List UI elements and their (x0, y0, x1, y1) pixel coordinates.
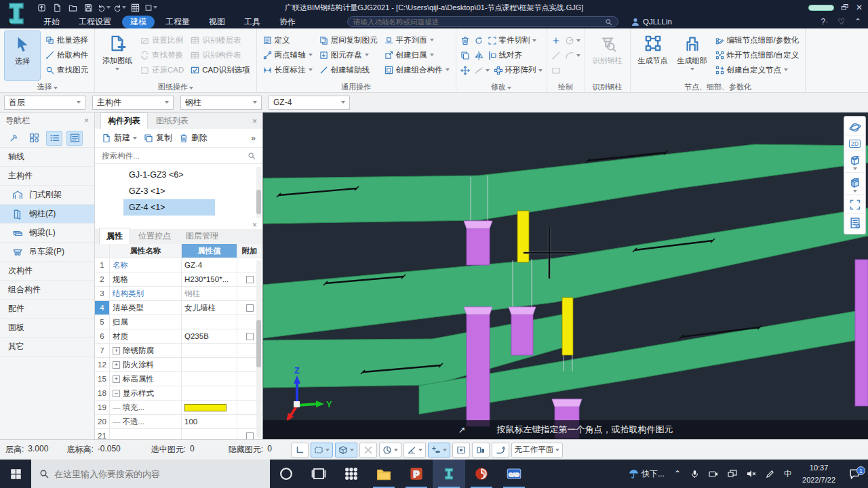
tab-图层管理[interactable]: 图层管理 (179, 228, 225, 244)
save-button[interactable] (82, 2, 95, 14)
scrollbar-thumb[interactable] (256, 320, 261, 367)
property-row-规格[interactable]: 2规格H230*150*... (95, 272, 262, 287)
new-component-button[interactable]: 新建 (102, 132, 137, 144)
extra-checkbox[interactable] (246, 304, 254, 312)
ribbon-tool-环形阵列[interactable]: 环形阵列 (494, 65, 542, 75)
selected-column-element[interactable] (517, 211, 529, 262)
component-search-input[interactable] (102, 152, 248, 160)
ucs-corner-button[interactable] (291, 443, 309, 458)
menu-tab-工程设置[interactable]: 工程设置 (71, 16, 119, 28)
toolbar-options-button[interactable] (144, 2, 157, 14)
property-row-归属[interactable]: 5归属 (95, 315, 262, 329)
notification-center-icon[interactable]: 1 (841, 468, 868, 479)
zoom-extents-button[interactable] (846, 197, 864, 214)
property-row-材质[interactable]: 6材质Q235B (95, 329, 262, 344)
ribbon-item-长度标注[interactable]: 长度标注 (261, 63, 315, 77)
ribbon-item-拾取构件[interactable]: 拾取构件 (43, 48, 90, 62)
list-view-button[interactable] (46, 131, 62, 146)
property-row-显示样式[interactable]: 18−显示样式 (95, 386, 262, 401)
property-row-除锈防腐[interactable]: 7+除锈防腐 (95, 344, 262, 358)
help-icon[interactable]: ?· (821, 17, 828, 26)
column-cap[interactable] (509, 307, 536, 314)
open-folder-button[interactable] (66, 2, 79, 14)
ribbon-item-批量选择[interactable]: 批量选择 (43, 33, 90, 47)
cross-filter-button[interactable] (359, 443, 377, 458)
command-search-input[interactable] (353, 18, 605, 26)
rect-select-button[interactable] (311, 443, 333, 458)
view-sheet-button[interactable] (846, 215, 864, 231)
ribbon-group-label[interactable]: 图纸操作 (95, 82, 256, 92)
ribbon-item-编辑节点细部/参数化[interactable]: 编辑节点细部/参数化 (713, 33, 802, 47)
steel-column-element[interactable] (467, 307, 490, 426)
angle-snap-button[interactable] (403, 443, 426, 458)
ribbon-tool-point-icon[interactable] (551, 36, 561, 45)
collapse-ribbon-icon[interactable]: ⌃ (854, 17, 861, 26)
ribbon-item-创建组合构件[interactable]: 创建组合构件 (382, 63, 452, 77)
ribbon-item-炸开节点细部/自定义[interactable]: 炸开节点细部/自定义 (713, 48, 802, 62)
expand-icon[interactable]: + (113, 361, 120, 369)
cube-outline-button[interactable] (846, 152, 864, 173)
module-grid-button[interactable] (26, 131, 42, 146)
taskbar-search-input[interactable] (54, 469, 262, 479)
glodon-app-button[interactable] (465, 460, 498, 488)
properties-scrollbar[interactable] (256, 260, 261, 438)
ribbon-item-定义[interactable]: 定义 (261, 33, 315, 47)
orbit-button[interactable] (846, 119, 864, 136)
feedback-icon[interactable]: ♡ (837, 17, 845, 26)
expand-icon[interactable]: + (113, 375, 120, 383)
model-viewport[interactable]: ZY 2D ↗ 按鼠标左键指定第一个角点，或拾取构件图元 (263, 113, 868, 439)
list-item-GJ-1-GZ3 <6>[interactable]: GJ-1-GZ3 <6> (123, 167, 215, 183)
list-item-GZ-3 <1>[interactable]: GZ-3 <1> (123, 183, 215, 199)
iso-view-button[interactable] (335, 443, 357, 458)
property-row-填充...[interactable]: 19—填充... (95, 401, 262, 415)
ribbon-group-label[interactable]: 修改 (456, 82, 547, 92)
ribbon-item-创建归属[interactable]: 创建归属 (382, 48, 452, 62)
property-row-不透...[interactable]: 20—不透...100 (95, 415, 262, 429)
sidebar-item-轴线[interactable]: 轴线 (0, 148, 94, 167)
sidebar-item-其它[interactable]: 其它 (0, 338, 94, 357)
point-snap-button[interactable] (428, 443, 450, 458)
cube-solid-button[interactable] (846, 174, 864, 195)
property-row-标高属性[interactable]: 15+标高属性 (95, 372, 262, 386)
pen-icon[interactable] (761, 460, 779, 488)
command-search-box[interactable] (347, 16, 618, 27)
property-row-名称[interactable]: 1名称GZ-4 (95, 258, 262, 272)
undo-button[interactable] (98, 2, 111, 14)
taskbar-search-box[interactable] (31, 460, 270, 488)
column-cap[interactable] (552, 399, 582, 407)
ribbon-group-label[interactable]: 通用操作 (257, 82, 456, 92)
ribbon-group-label[interactable]: 识别钢柱 (585, 82, 630, 92)
axis-y-label[interactable]: Y (326, 399, 332, 409)
workplane-无工作平面[interactable]: 无工作平面 (511, 443, 564, 458)
tab-属性[interactable]: 属性 (99, 228, 130, 244)
fill-color-swatch[interactable] (184, 404, 226, 411)
delete-component-button[interactable]: 删除 (179, 132, 208, 144)
ime-indicator[interactable]: 中 (779, 460, 797, 488)
sidebar-item-面板[interactable]: 面板 (0, 319, 94, 338)
powerpoint-button[interactable]: P (400, 460, 433, 488)
column-cap[interactable] (464, 221, 492, 228)
ribbon-item-查找图元[interactable]: 查找图元 (43, 63, 90, 77)
restore-window-icon[interactable]: 🗗 (841, 3, 849, 12)
tray-expand-icon[interactable]: ⌃ (669, 460, 686, 488)
menu-tab-建模[interactable]: 建模 (122, 16, 155, 28)
extra-checkbox[interactable] (246, 333, 254, 340)
grid-table-button[interactable] (129, 2, 142, 14)
model-scene[interactable]: ZY (263, 113, 868, 439)
ribbon-group-label[interactable]: 绘制 (547, 82, 585, 92)
scrollbar-thumb[interactable] (256, 190, 261, 214)
file-explorer-button[interactable] (368, 460, 400, 488)
ribbon-big-生成细部[interactable]: 生成细部 (674, 30, 711, 81)
ribbon-tool-copy-icon[interactable] (460, 51, 470, 60)
close-icon[interactable]: × (252, 117, 257, 129)
list-item-GZ-4 <1>[interactable]: GZ-4 <1> (123, 199, 215, 216)
selected-column-element[interactable] (562, 298, 573, 355)
sidebar-item-主构件[interactable]: 主构件 (0, 167, 94, 186)
close-window-icon[interactable]: ✕ (856, 3, 863, 12)
ribbon-item-平齐到面[interactable]: 平齐到面 (382, 33, 452, 47)
redo-button[interactable] (113, 2, 126, 14)
tab-位置控点[interactable]: 位置控点 (132, 228, 178, 244)
boxed-list-button[interactable] (66, 131, 83, 146)
component-list-scrollbar[interactable] (256, 167, 261, 218)
ribbon-tool-rotate-icon[interactable] (474, 36, 484, 45)
